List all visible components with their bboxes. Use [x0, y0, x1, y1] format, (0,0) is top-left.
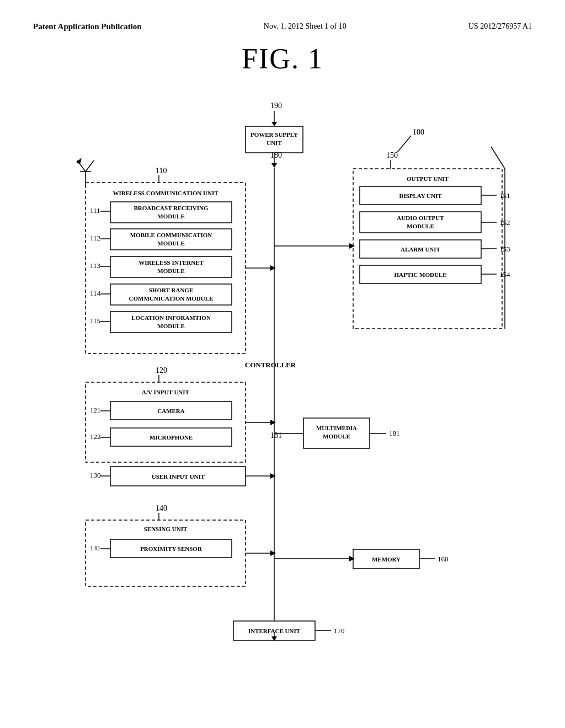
text-power-supply-1: POWER SUPPLY	[250, 131, 298, 138]
text-location-2: MODULE	[157, 323, 185, 329]
text-alarm: ALARM UNIT	[401, 246, 440, 253]
label-120: 120	[156, 366, 167, 374]
label-180: 180	[270, 151, 282, 159]
arrow-sensing-controller	[270, 550, 276, 556]
antenna-right	[86, 160, 94, 172]
label-130: 130	[90, 471, 101, 479]
label-110: 110	[156, 167, 167, 175]
arrow-av-multimedia	[270, 420, 276, 425]
label-141: 141	[90, 544, 101, 552]
arrow-wireless-controller	[270, 265, 276, 271]
label-190: 190	[270, 101, 282, 110]
bracket-100-diag	[491, 147, 505, 169]
text-av-input: A/V INPUT UNIT	[142, 389, 189, 395]
text-mobile-comm-2: MODULE	[157, 240, 185, 247]
arrow-180	[271, 163, 277, 168]
text-power-supply-2: UNIT	[266, 140, 282, 146]
text-output-unit: OUTPUT UNIT	[407, 175, 449, 182]
text-microphone: MICROPHONE	[150, 434, 193, 441]
arrow-user-controller	[270, 473, 276, 479]
label-181-text: 181	[389, 429, 400, 437]
label-121: 121	[90, 406, 101, 414]
text-wireless-comm: WIRELESS COMMUNICATION UNIT	[113, 190, 218, 196]
label-112: 112	[90, 234, 100, 242]
text-camera: CAMERA	[157, 408, 185, 414]
text-user-input: USER INPUT UNIT	[152, 473, 205, 480]
label-160: 160	[438, 555, 449, 563]
label-150: 150	[386, 151, 398, 159]
text-controller: CONTROLLER	[245, 361, 296, 369]
label-170: 170	[334, 627, 345, 635]
text-audio-output-2: MODULE	[407, 223, 434, 229]
fig-title: FIG. 1	[33, 42, 532, 75]
text-multimedia-2: MODULE	[323, 433, 350, 440]
text-location-1: LOCATION INFORAMTION	[131, 314, 211, 321]
text-haptic: HAPTIC MODULE	[394, 271, 446, 278]
arrow-190	[271, 122, 277, 126]
text-memory: MEMORY	[372, 556, 401, 563]
text-short-range-1: SHORT-RANGE	[149, 287, 194, 293]
text-short-range-2: COMMUNICATION MODULE	[129, 295, 214, 302]
text-audio-output-1: AUDIO OUTPUT	[397, 215, 444, 221]
label-140: 140	[156, 504, 167, 512]
line-100-slash	[397, 136, 411, 152]
diagram: 190 POWER SUPPLY UNIT 100 180 150 110 WI…	[33, 92, 532, 687]
label-100: 100	[413, 128, 424, 136]
page-header: Patent Application Publication Nov. 1, 2…	[33, 22, 532, 31]
label-181: 181	[270, 431, 282, 440]
text-multimedia-1: MULTIMEDIA	[316, 425, 357, 431]
text-broadcast-2: MODULE	[157, 213, 185, 220]
antenna-arrow	[76, 158, 82, 164]
text-mobile-comm-1: MOBILE COMMUNICATION	[130, 232, 212, 238]
label-114: 114	[90, 289, 101, 297]
text-display: DISPLAY UNIT	[399, 192, 442, 199]
label-113: 113	[90, 261, 100, 270]
text-proximity: PROXIMITY SENSOR	[140, 545, 202, 552]
header-center: Nov. 1, 2012 Sheet 1 of 10	[264, 22, 347, 31]
header-left: Patent Application Publication	[33, 22, 142, 31]
text-wireless-internet-2: MODULE	[157, 267, 185, 274]
text-sensing: SENSING UNIT	[144, 526, 188, 532]
page: Patent Application Publication Nov. 1, 2…	[0, 0, 565, 728]
text-broadcast-1: BROADCAST RECEIVING	[134, 205, 209, 211]
label-111: 111	[90, 206, 100, 215]
text-wireless-internet-1: WIRELESS INTERNET	[138, 259, 204, 266]
label-115: 115	[90, 317, 100, 325]
label-122: 122	[90, 432, 101, 441]
header-right: US 2012/276957 A1	[468, 22, 532, 31]
